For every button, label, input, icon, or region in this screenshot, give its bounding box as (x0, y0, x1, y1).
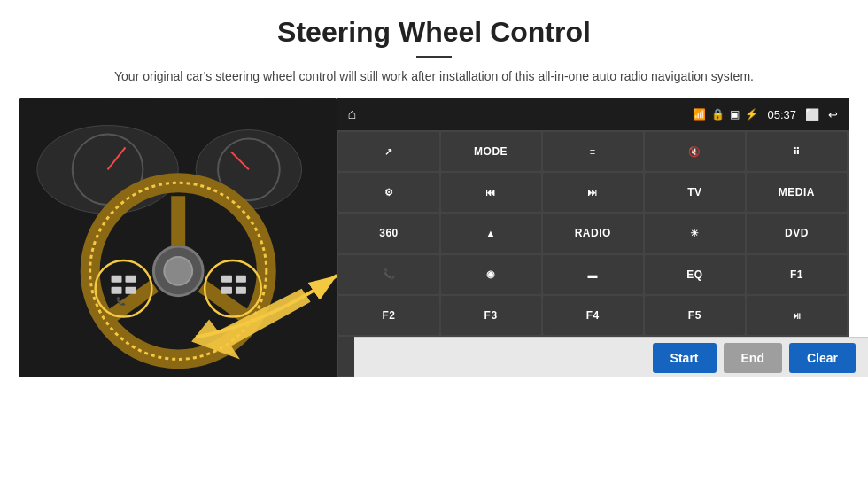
steering-wheel-image: 📞 (19, 98, 337, 377)
panel-btn-b19[interactable]: EQ (645, 255, 745, 294)
panel-btn-b25[interactable]: ⏯ (747, 296, 847, 335)
panel-btn-b1[interactable]: ↗ (338, 132, 438, 171)
panel-btn-b9[interactable]: TV (645, 173, 745, 212)
home-icon[interactable]: ⌂ (347, 106, 356, 122)
panel-btn-b14[interactable]: ☀ (645, 214, 745, 253)
panel-btn-b7[interactable]: ⏮ (441, 173, 541, 212)
panel-topbar: ⌂ 📶 🔒 ▣ ⚡ 05:37 ⬜ ↩ (337, 98, 849, 130)
end-button[interactable]: End (724, 343, 782, 373)
svg-text:📞: 📞 (116, 296, 127, 307)
bottom-action-bar: Start End Clear (354, 337, 868, 377)
panel-btn-b8[interactable]: ⏭ (543, 173, 643, 212)
panel-btn-b22[interactable]: F3 (441, 296, 541, 335)
svg-rect-18 (125, 276, 136, 283)
cast-icon: ⬜ (805, 108, 819, 121)
panel-btn-b4[interactable]: 🔇 (645, 132, 745, 171)
steering-bg: 📞 (19, 98, 337, 377)
status-icons: 📶 🔒 ▣ ⚡ (693, 108, 758, 120)
clear-button[interactable]: Clear (789, 343, 856, 373)
panel-btn-b2[interactable]: MODE (441, 132, 541, 171)
control-panel: ⌂ 📶 🔒 ▣ ⚡ 05:37 ⬜ ↩ ↗MODE≡🔇⠿⚙⏮⏭TVMEDIA36… (337, 98, 849, 377)
panel-btn-b20[interactable]: F1 (747, 255, 847, 294)
svg-rect-17 (112, 287, 122, 294)
clock-display: 05:37 (767, 108, 796, 121)
svg-rect-23 (236, 276, 246, 283)
wifi-icon: 📶 (693, 108, 706, 120)
page-title: Steering Wheel Control (0, 0, 868, 49)
lock-icon: 🔒 (711, 108, 725, 120)
svg-rect-21 (221, 276, 232, 283)
panel-btn-b17[interactable]: ◉ (441, 255, 541, 294)
svg-rect-22 (221, 287, 232, 294)
panel-btn-b6[interactable]: ⚙ (338, 173, 438, 212)
sim-icon: ▣ (730, 108, 740, 120)
panel-btn-b10[interactable]: MEDIA (747, 173, 847, 212)
bluetooth-icon: ⚡ (745, 108, 758, 120)
topbar-right: 📶 🔒 ▣ ⚡ 05:37 ⬜ ↩ (693, 108, 838, 121)
panel-btn-b24[interactable]: F5 (645, 296, 745, 335)
panel-btn-b13[interactable]: RADIO (543, 214, 643, 253)
back-icon[interactable]: ↩ (828, 108, 838, 121)
panel-btn-b15[interactable]: DVD (747, 214, 847, 253)
panel-btn-b23[interactable]: F4 (543, 296, 643, 335)
svg-rect-24 (236, 287, 246, 294)
main-content: 📞 ⌂ (0, 98, 868, 377)
panel-btn-b16[interactable]: 📞 (338, 255, 438, 294)
svg-rect-19 (125, 287, 136, 294)
panel-btn-b5[interactable]: ⠿ (747, 132, 847, 171)
panel-btn-b21[interactable]: F2 (338, 296, 438, 335)
panel-btn-b11[interactable]: 360 (338, 214, 438, 253)
panel-btn-b12[interactable]: ▲ (441, 214, 541, 253)
svg-rect-16 (112, 276, 122, 283)
title-divider (416, 56, 452, 58)
svg-point-10 (164, 257, 192, 285)
topbar-left: ⌂ (347, 106, 356, 122)
svg-point-1 (37, 126, 178, 214)
panel-btn-b3[interactable]: ≡ (543, 132, 643, 171)
page-subtitle: Your original car's steering wheel contr… (0, 67, 868, 86)
panel-btn-b18[interactable]: ▬ (543, 255, 643, 294)
start-button[interactable]: Start (653, 343, 717, 373)
